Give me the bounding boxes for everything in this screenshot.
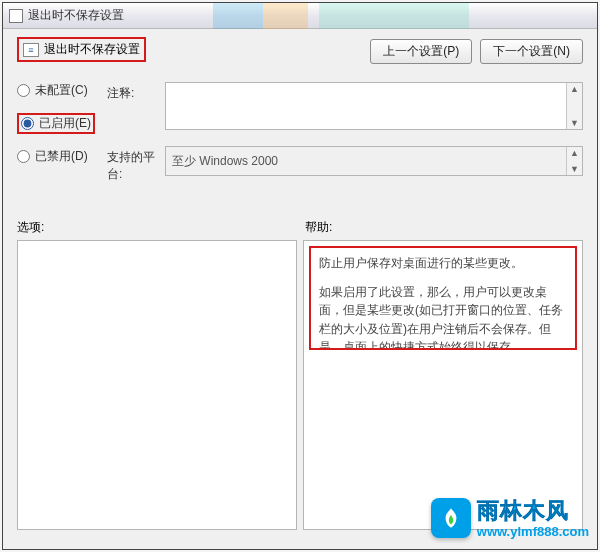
content-area: ≡ 退出时不保存设置 上一个设置(P) 下一个设置(N) 未配置(C): [3, 29, 597, 540]
radio-not-configured-input[interactable]: [17, 84, 30, 97]
help-text-1: 防止用户保存对桌面进行的某些更改。: [319, 254, 567, 273]
radio-disabled-input[interactable]: [17, 150, 30, 163]
options-label: 选项:: [17, 219, 305, 236]
scrollbar[interactable]: ▲ ▼: [566, 147, 582, 175]
prev-setting-button[interactable]: 上一个设置(P): [370, 39, 472, 64]
bg-decoration: [263, 3, 308, 29]
radio-enabled-label: 已启用(E): [39, 115, 91, 132]
policy-icon: ≡: [23, 43, 39, 57]
comment-textarea[interactable]: ▲ ▼: [165, 82, 583, 130]
radio-disabled-label: 已禁用(D): [35, 148, 88, 165]
help-panel: 防止用户保存对桌面进行的某些更改。 如果启用了此设置，那么，用户可以更改桌面，但…: [303, 240, 583, 530]
scroll-down-icon[interactable]: ▼: [567, 163, 582, 175]
scroll-up-icon[interactable]: ▲: [567, 147, 582, 159]
radio-not-configured-label: 未配置(C): [35, 82, 88, 99]
scroll-down-icon[interactable]: ▼: [567, 117, 582, 129]
app-icon: [9, 9, 23, 23]
radio-disabled[interactable]: 已禁用(D): [17, 148, 107, 165]
window: 退出时不保存设置 ≡ 退出时不保存设置 上一个设置(P) 下一个设置(N) 未: [2, 2, 598, 550]
options-panel[interactable]: [17, 240, 297, 530]
help-text-highlight: 防止用户保存对桌面进行的某些更改。 如果启用了此设置，那么，用户可以更改桌面，但…: [309, 246, 577, 350]
watermark-url: www.ylmf888.com: [477, 524, 589, 539]
watermark-title: 雨林木风: [477, 496, 589, 526]
supported-value: 至少 Windows 2000: [172, 153, 278, 170]
watermark-logo-icon: [431, 498, 471, 538]
next-setting-button[interactable]: 下一个设置(N): [480, 39, 583, 64]
watermark: 雨林木风 www.ylmf888.com: [431, 496, 589, 539]
bg-decoration: [213, 3, 263, 29]
scrollbar[interactable]: ▲ ▼: [566, 83, 582, 129]
supported-label: 支持的平台:: [107, 146, 165, 183]
scroll-up-icon[interactable]: ▲: [567, 83, 582, 95]
window-title: 退出时不保存设置: [28, 7, 124, 24]
policy-title-text: 退出时不保存设置: [44, 41, 140, 58]
help-text-2: 如果启用了此设置，那么，用户可以更改桌面，但是某些更改(如已打开窗口的位置、任务…: [319, 283, 567, 350]
titlebar[interactable]: 退出时不保存设置: [3, 3, 597, 29]
comment-label: 注释:: [107, 82, 165, 102]
bg-decoration: [319, 3, 469, 29]
help-label: 帮助:: [305, 219, 332, 236]
policy-title-box: ≡ 退出时不保存设置: [17, 37, 146, 62]
radio-not-configured[interactable]: 未配置(C): [17, 82, 107, 99]
supported-platform-box: 至少 Windows 2000 ▲ ▼: [165, 146, 583, 176]
radio-enabled[interactable]: 已启用(E): [17, 113, 95, 134]
radio-enabled-input[interactable]: [21, 117, 34, 130]
